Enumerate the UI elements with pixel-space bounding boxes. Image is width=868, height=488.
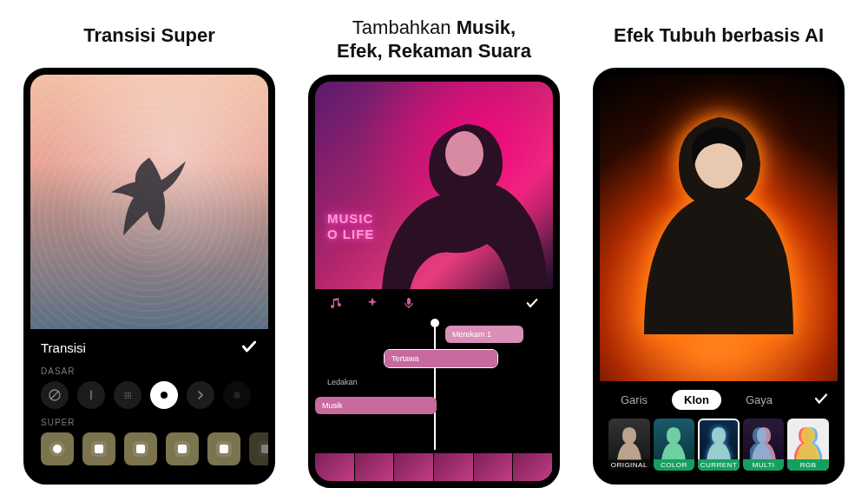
confirm-icon[interactable] — [813, 391, 829, 409]
svg-point-6 — [233, 392, 240, 399]
preview-ai-fire — [600, 75, 838, 381]
panel-title-music: Tambahkan Musik, Efek, Rekaman Suara — [333, 7, 535, 75]
super-t-4[interactable] — [166, 432, 199, 465]
svg-line-1 — [50, 391, 58, 399]
effect-icon[interactable] — [365, 296, 379, 313]
preview-music: MUSIC O LIFE — [315, 82, 553, 289]
super-t-1[interactable] — [41, 432, 74, 465]
audio-toolbar — [315, 289, 553, 320]
phone-frame-2: MUSIC O LIFE — [308, 75, 560, 488]
transition-dissolve[interactable] — [114, 381, 141, 409]
transition-selected[interactable] — [150, 381, 178, 409]
svg-point-5 — [161, 392, 168, 399]
video-track[interactable] — [315, 453, 553, 481]
transition-header: Transisi — [41, 340, 86, 355]
svg-point-7 — [445, 131, 483, 176]
svg-rect-8 — [407, 298, 411, 305]
section-super-label: SUPER — [41, 418, 258, 427]
transition-fade[interactable] — [77, 381, 105, 409]
panel-title-transitions: Transisi Super — [80, 7, 219, 68]
transition-next[interactable] — [187, 381, 214, 409]
super-t-3[interactable] — [124, 432, 157, 465]
tab-klon[interactable]: Klon — [672, 390, 721, 410]
preview-transition — [30, 75, 268, 329]
clip-recording[interactable]: Merekam 1 — [445, 326, 523, 343]
svg-rect-2 — [90, 391, 91, 400]
music-icon[interactable] — [329, 296, 343, 313]
panel-music: Tambahkan Musik, Efek, Rekaman Suara MUS… — [304, 7, 564, 488]
panel-transitions: Transisi Super Transisi DASAR — [19, 7, 279, 488]
playhead[interactable] — [434, 320, 436, 450]
tab-garis[interactable]: Garis — [608, 390, 660, 410]
thumb-multi[interactable]: MULTI — [743, 419, 785, 471]
basic-transitions-row — [41, 381, 258, 409]
panel-title-ai: Efek Tubuh berbasis AI — [610, 7, 827, 68]
thumb-color[interactable]: COLOR — [654, 419, 695, 471]
super-t-5[interactable] — [207, 432, 240, 465]
phone-frame-1: Transisi DASAR — [23, 68, 275, 485]
transition-none[interactable] — [41, 381, 69, 409]
super-transitions-row — [41, 432, 258, 465]
neon-sign: MUSIC O LIFE — [327, 211, 374, 242]
effect-thumbnails: ORIGINAL COLOR CURRENT MULTI — [608, 419, 829, 471]
thumb-original[interactable]: ORIGINAL — [608, 419, 650, 471]
transition-more[interactable] — [223, 381, 251, 409]
timeline-tracks[interactable]: Merekam 1 Tertawa Ledakan Musik — [315, 320, 553, 481]
confirm-icon[interactable] — [525, 296, 539, 313]
thumb-rgb[interactable]: RGB — [787, 419, 829, 471]
tab-gaya[interactable]: Gaya — [733, 390, 785, 410]
effect-tabs: Garis Klon Gaya — [608, 390, 829, 410]
super-t-6[interactable] — [249, 432, 275, 465]
clip-laugh[interactable]: Tertawa — [385, 350, 497, 367]
panel-ai-body: Efek Tubuh berbasis AI Garis Klon Ga — [589, 7, 849, 488]
mic-icon[interactable] — [402, 296, 416, 313]
phone-frame-3: Garis Klon Gaya ORIGINAL COLO — [593, 68, 845, 485]
svg-rect-3 — [124, 392, 131, 399]
model-figure — [371, 107, 553, 289]
label-explosion: Ledakan — [327, 378, 358, 386]
dancer-figure — [102, 140, 197, 253]
fire-person-figure — [641, 91, 797, 352]
section-basic-label: DASAR — [41, 366, 258, 376]
thumb-current[interactable]: CURRENT — [698, 419, 740, 471]
confirm-icon[interactable] — [240, 338, 258, 358]
super-t-2[interactable] — [82, 432, 115, 465]
clip-music[interactable]: Musik — [315, 397, 437, 414]
